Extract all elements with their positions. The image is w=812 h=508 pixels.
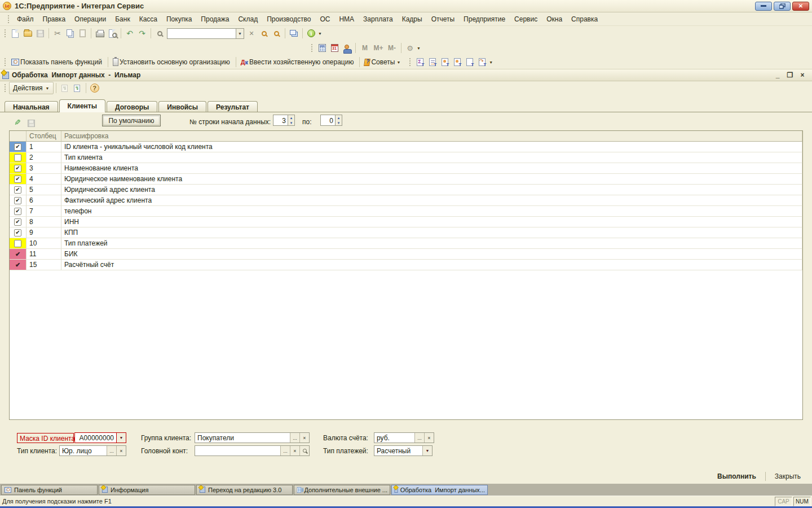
menu-item-8[interactable]: Производство <box>262 14 315 25</box>
undo-button[interactable]: ↶ <box>123 28 136 39</box>
table-row-9[interactable]: ✔9КПП <box>10 227 802 238</box>
save-rows-button[interactable] <box>25 117 37 129</box>
checkbox-unchecked-icon[interactable] <box>14 240 21 247</box>
row-checkbox-cell[interactable]: ✔ <box>10 185 27 195</box>
show-function-panel-button[interactable]: Показать панель функций <box>9 57 105 67</box>
memory-add-button[interactable]: M+ <box>372 42 385 54</box>
print-preview-button[interactable] <box>106 28 118 39</box>
menu-item-15[interactable]: Сервис <box>510 14 542 25</box>
to-input[interactable]: 0 <box>320 115 335 126</box>
client-group-field[interactable]: Покупатели ... × <box>195 432 310 443</box>
start-row-input[interactable]: 3 <box>273 115 288 126</box>
read-settings-button[interactable] <box>59 82 71 94</box>
cut-button[interactable]: ✂ <box>51 28 64 39</box>
taskbar-item-0[interactable]: Панель функций <box>1 485 98 495</box>
redo-button[interactable]: ↷ <box>136 28 148 39</box>
checkbox-checked-icon[interactable]: ✔ <box>14 208 21 215</box>
table-row-10[interactable]: 10Тип платежей <box>10 238 802 249</box>
menu-item-13[interactable]: Отчеты <box>427 14 459 25</box>
clear-search-button[interactable]: × <box>245 28 258 39</box>
menubar-grip[interactable] <box>7 14 10 24</box>
table-row-5[interactable]: ✔5Юридический адрес клиента <box>10 185 802 195</box>
tab-2[interactable]: Договоры <box>107 101 157 112</box>
to-arrows[interactable]: ▲▼ <box>335 115 342 126</box>
set-main-organization-button[interactable]: Установить основную организацию <box>111 57 233 67</box>
save-settings-button[interactable] <box>71 82 83 94</box>
row-checkbox-cell[interactable]: ✔ <box>10 174 27 185</box>
table-row-3[interactable]: ✔3Наименование клиента <box>10 163 802 174</box>
menu-item-17[interactable]: Справка <box>567 14 602 25</box>
table-row-2[interactable]: 2Тип клиента <box>10 152 802 163</box>
enter-operation-button[interactable]: Дк Ввести хозяйственную операцию <box>239 57 358 67</box>
checkbox-unchecked-icon[interactable] <box>14 154 21 161</box>
table-row-1[interactable]: ✔1ID клиента - уникальный числовой код к… <box>10 142 802 152</box>
menu-item-12[interactable]: Кадры <box>398 14 427 25</box>
memory-subtract-button[interactable]: M- <box>385 42 399 54</box>
row-checkbox-cell[interactable]: ✔ <box>10 163 27 174</box>
chevron-down-icon[interactable]: ▼ <box>417 46 421 50</box>
memory-recall-button[interactable]: M <box>358 42 372 54</box>
zoom-out-button[interactable] <box>270 28 283 39</box>
text-table-button[interactable] <box>426 56 439 68</box>
windows-button[interactable] <box>288 28 300 39</box>
mask-id-field[interactable]: А00000000 ▼ <box>74 432 126 443</box>
chevron-down-icon[interactable]: ▼ <box>489 60 493 64</box>
head-select-button[interactable]: ... <box>280 446 290 456</box>
pay-type-combobox[interactable]: Расчетный ▼ <box>374 445 433 456</box>
child-restore-button[interactable]: ❐ <box>786 71 794 79</box>
user-settings-button[interactable] <box>341 42 353 54</box>
menu-item-14[interactable]: Предприятие <box>459 14 510 25</box>
copy-button[interactable] <box>64 28 76 39</box>
search-dropdown-button[interactable]: ▼ <box>236 28 244 39</box>
currency-select-button[interactable]: ... <box>414 433 424 443</box>
mask-dropdown-button[interactable]: ▼ <box>116 433 126 443</box>
client-type-field[interactable]: Юр. лицо ... × <box>59 445 126 456</box>
taskbar-item-1[interactable]: Информация <box>99 485 195 495</box>
head-search-button[interactable] <box>299 446 309 456</box>
service-info-button[interactable]: i <box>305 28 317 39</box>
menu-item-2[interactable]: Операции <box>70 14 111 25</box>
paste-button[interactable] <box>76 28 89 39</box>
open-button[interactable] <box>21 28 34 39</box>
menu-item-10[interactable]: НМА <box>334 14 359 25</box>
taskbar-item-3[interactable]: Дополнительные внешние ... <box>294 485 390 495</box>
menu-item-3[interactable]: Банк <box>111 14 134 25</box>
head-clear-button[interactable]: × <box>290 446 299 456</box>
find-person-button[interactable] <box>439 56 451 68</box>
menu-item-0[interactable]: Файл <box>12 14 38 25</box>
save-button[interactable] <box>34 28 46 39</box>
client-type-clear-button[interactable]: × <box>116 446 126 456</box>
table-row-8[interactable]: ✔8ИНН <box>10 217 802 227</box>
row-checkbox-cell[interactable]: ✔ <box>10 217 27 227</box>
child-close-button[interactable]: × <box>798 71 806 79</box>
tab-1[interactable]: Клиенты <box>59 99 105 112</box>
checkbox-checked-icon[interactable]: ✔ <box>14 229 21 237</box>
row-checkbox-cell[interactable]: ✔ <box>10 206 27 217</box>
menu-item-6[interactable]: Продажа <box>196 14 233 25</box>
menu-item-11[interactable]: Зарплата <box>359 14 398 25</box>
checkbox-checked-icon[interactable]: ✔ <box>14 186 21 194</box>
minimize-button[interactable] <box>755 2 772 11</box>
toolbar1-grip[interactable] <box>3 28 7 38</box>
calendar-button[interactable]: 31 <box>328 42 341 54</box>
checkbox-checked-icon[interactable]: ✔ <box>14 176 21 183</box>
checkbox-checked-icon[interactable]: ✔ <box>14 218 21 226</box>
tab-4[interactable]: Результат <box>208 101 258 112</box>
checkbox-checked-icon[interactable]: ✔ <box>14 143 21 151</box>
menu-item-9[interactable]: ОС <box>315 14 334 25</box>
totals-table-button[interactable] <box>414 56 426 68</box>
child-minimize-button[interactable]: _ <box>774 71 782 79</box>
toolbar4-grip[interactable] <box>408 57 412 67</box>
table-row-11[interactable]: ✔11БИК <box>10 249 802 260</box>
chevron-down-icon[interactable]: ▼ <box>318 32 322 36</box>
table-row-15[interactable]: ✔15Расчётный счёт <box>10 260 802 270</box>
group-clear-button[interactable]: × <box>299 433 309 443</box>
default-button[interactable]: По умолчанию <box>102 115 161 126</box>
calculator-button[interactable] <box>316 42 328 54</box>
table-row-6[interactable]: ✔6Фактический адрес клиента <box>10 195 802 206</box>
group-select-button[interactable]: ... <box>290 433 299 443</box>
transfer-text-button[interactable] <box>476 56 488 68</box>
currency-field[interactable]: руб. ... × <box>374 432 434 443</box>
execute-button[interactable]: Выполнить <box>714 471 760 481</box>
checkbox-checked-icon[interactable]: ✔ <box>14 165 21 172</box>
